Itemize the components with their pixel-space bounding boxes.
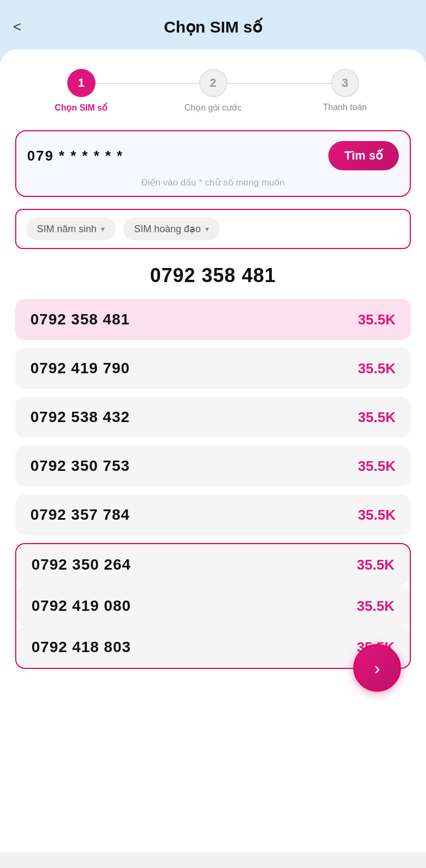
sim-number: 0792 350 264 bbox=[31, 556, 131, 573]
sim-price: 35.5K bbox=[358, 507, 396, 524]
sim-price: 35.5K bbox=[358, 409, 396, 426]
sim-number: 0792 358 481 bbox=[30, 311, 130, 328]
filter-nam-sinh-label: SIM năm sinh bbox=[37, 224, 97, 235]
sim-price: 35.5K bbox=[357, 557, 395, 573]
sim-list-item[interactable]: 0792 350 26435.5K bbox=[16, 544, 410, 585]
step-3-label: Thanh toán bbox=[323, 103, 367, 112]
sim-list-item[interactable]: 0792 538 43235.5K bbox=[15, 397, 411, 438]
sim-price: 35.5K bbox=[357, 598, 395, 615]
back-button[interactable]: < bbox=[13, 18, 21, 35]
sim-list-item[interactable]: 0792 419 08035.5K bbox=[16, 585, 410, 627]
header: < Chọn SIM số bbox=[0, 0, 426, 49]
sim-number: 0792 419 790 bbox=[30, 360, 130, 377]
search-hint: Điền vào dấu * chữ số mong muốn bbox=[27, 177, 399, 188]
sim-list-item[interactable]: 0792 418 80335.5K bbox=[16, 627, 410, 668]
search-button[interactable]: Tìm số bbox=[328, 141, 399, 170]
sim-price: 35.5K bbox=[358, 360, 396, 377]
step-2-label: Chọn gói cước bbox=[185, 103, 242, 113]
next-button[interactable]: › bbox=[353, 644, 401, 692]
search-box: 079 * * * * * * Tìm số Điền vào dấu * ch… bbox=[15, 130, 411, 197]
sim-list-item[interactable]: 0792 419 79035.5K bbox=[15, 348, 411, 389]
step-1: 1 Chọn SIM số bbox=[15, 69, 147, 113]
filter-nam-sinh-arrow: ▾ bbox=[101, 225, 105, 233]
step-1-circle: 1 bbox=[67, 69, 96, 97]
sim-number: 0792 538 432 bbox=[30, 409, 130, 426]
step-3-circle: 3 bbox=[331, 69, 359, 97]
sim-number: 0792 350 753 bbox=[30, 457, 130, 475]
search-pattern: 079 * * * * * * bbox=[27, 148, 123, 164]
step-3: 3 Thanh toán bbox=[279, 69, 411, 112]
sim-number: 0792 418 803 bbox=[31, 639, 131, 656]
filter-row: SIM năm sinh ▾ SIM hoàng đạo ▾ bbox=[15, 209, 411, 249]
next-icon: › bbox=[374, 658, 380, 679]
step-2-circle: 2 bbox=[199, 69, 227, 97]
fab-region: 0792 350 26435.5K0792 419 08035.5K0792 4… bbox=[15, 543, 411, 669]
sim-number: 0792 357 784 bbox=[30, 506, 130, 524]
stepper: 1 Chọn SIM số 2 Chọn gói cước 3 Thanh to… bbox=[15, 69, 411, 113]
page-title: Chọn SIM số bbox=[164, 17, 262, 36]
filter-hoang-dao-label: SIM hoàng đạo bbox=[134, 223, 201, 235]
sim-list-item[interactable]: 0792 357 78435.5K bbox=[15, 494, 411, 535]
step-1-label: Chọn SIM số bbox=[55, 103, 107, 113]
sim-price: 35.5K bbox=[358, 311, 396, 328]
search-row: 079 * * * * * * Tìm số bbox=[27, 141, 399, 170]
sim-list: 0792 358 48135.5K0792 419 79035.5K0792 5… bbox=[15, 299, 411, 701]
filter-hoang-dao-arrow: ▾ bbox=[205, 225, 209, 233]
sim-list-item[interactable]: 0792 358 48135.5K bbox=[15, 299, 411, 340]
filter-sim-hoang-dao[interactable]: SIM hoàng đạo ▾ bbox=[123, 218, 220, 240]
sim-price: 35.5K bbox=[358, 458, 396, 475]
filter-sim-nam-sinh[interactable]: SIM năm sinh ▾ bbox=[26, 218, 116, 240]
sim-list-item[interactable]: 0792 350 75335.5K bbox=[15, 445, 411, 487]
sim-number: 0792 419 080 bbox=[31, 597, 131, 615]
selected-number-display: 0792 358 481 bbox=[15, 264, 411, 287]
step-2: 2 Chọn gói cước bbox=[147, 69, 279, 113]
main-card: 1 Chọn SIM số 2 Chọn gói cước 3 Thanh to… bbox=[0, 49, 426, 852]
